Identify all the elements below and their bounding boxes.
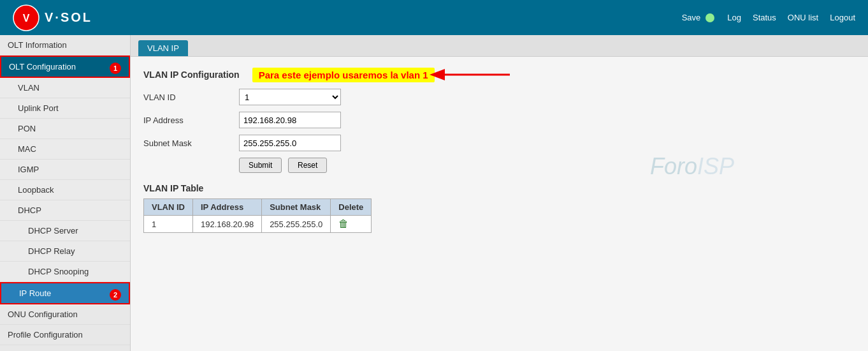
reset-button[interactable]: Reset bbox=[288, 158, 327, 173]
annotation-arrow bbox=[440, 67, 516, 82]
sidebar-item-profile-configuration[interactable]: Profile Configuration bbox=[0, 325, 130, 345]
annotation-label: Para este ejemplo usaremos la vlan 1 bbox=[252, 68, 435, 82]
main-layout: OLT Information OLT Configuration 1 VLAN… bbox=[0, 35, 868, 351]
col-ip-address: IP Address bbox=[193, 199, 262, 216]
header-nav: Log Status ONU list Logout bbox=[727, 13, 855, 22]
ip-address-row: IP Address bbox=[143, 112, 855, 128]
header-save: Save bbox=[682, 13, 715, 22]
sidebar-badge-2: 2 bbox=[110, 289, 121, 301]
submit-button[interactable]: Submit bbox=[239, 158, 282, 173]
tab-bar: VLAN IP bbox=[131, 35, 868, 57]
cell-delete: 🗑 bbox=[331, 216, 372, 233]
watermark-foro: Foro bbox=[650, 153, 697, 179]
col-vlan-id: VLAN ID bbox=[144, 199, 193, 216]
content-body: VLAN IP Configuration Para este ejemplo … bbox=[131, 57, 868, 243]
sidebar-item-dhcp-relay[interactable]: DHCP Relay bbox=[0, 241, 130, 262]
sidebar-item-olt-information[interactable]: OLT Information bbox=[0, 35, 130, 56]
onu-list-link[interactable]: ONU list bbox=[788, 13, 818, 22]
cell-vlan-id: 1 bbox=[144, 216, 193, 233]
vlan-id-row: VLAN ID 1 bbox=[143, 89, 855, 105]
sidebar-item-ip-route[interactable]: IP Route 2 bbox=[0, 282, 130, 304]
sidebar-item-igmp[interactable]: IGMP bbox=[0, 160, 130, 180]
sidebar-item-dhcp-server[interactable]: DHCP Server bbox=[0, 221, 130, 241]
log-link[interactable]: Log bbox=[727, 13, 741, 22]
sidebar-item-uplink-port[interactable]: Uplink Port bbox=[0, 98, 130, 119]
save-status-dot bbox=[705, 13, 714, 22]
sidebar-ip-route-label: IP Route bbox=[19, 288, 51, 298]
header: V V·SOL Save Log Status ONU list Logout bbox=[0, 0, 868, 35]
sidebar-item-dhcp-snooping[interactable]: DHCP Snooping bbox=[0, 262, 130, 282]
col-delete: Delete bbox=[331, 199, 372, 216]
status-link[interactable]: Status bbox=[753, 13, 776, 22]
subnet-mask-label: Subnet Mask bbox=[143, 138, 239, 148]
subnet-mask-row: Subnet Mask bbox=[143, 135, 855, 151]
sidebar-item-loopback[interactable]: Loopback bbox=[0, 180, 130, 200]
logo-area: V V·SOL bbox=[13, 4, 92, 31]
vlan-id-label: VLAN ID bbox=[143, 93, 239, 102]
header-right: Save Log Status ONU list Logout bbox=[682, 13, 855, 22]
save-link[interactable]: Save bbox=[682, 13, 701, 22]
form-buttons: Submit Reset bbox=[239, 158, 855, 173]
table-header-row: VLAN ID IP Address Subnet Mask Delete bbox=[144, 199, 372, 216]
sidebar-item-olt-configuration[interactable]: OLT Configuration 1 bbox=[0, 56, 130, 78]
vlan-id-select[interactable]: 1 bbox=[239, 89, 341, 105]
sidebar-item-pon[interactable]: PON bbox=[0, 119, 130, 139]
svg-text:V: V bbox=[23, 13, 30, 24]
delete-row-button[interactable]: 🗑 bbox=[338, 218, 349, 230]
vlan-ip-table: VLAN ID IP Address Subnet Mask Delete 1 … bbox=[143, 198, 372, 233]
cell-subnet-mask: 255.255.255.0 bbox=[262, 216, 331, 233]
content-area: VLAN IP VLAN IP Configuration Para este … bbox=[131, 35, 868, 351]
section-title: VLAN IP Configuration bbox=[143, 70, 240, 80]
logout-link[interactable]: Logout bbox=[830, 13, 855, 22]
subnet-mask-input[interactable] bbox=[239, 135, 341, 151]
col-subnet-mask: Subnet Mask bbox=[262, 199, 331, 216]
sidebar-item-mac[interactable]: MAC bbox=[0, 139, 130, 160]
sidebar-olt-config-label: OLT Configuration bbox=[9, 62, 76, 71]
logo-text: V·SOL bbox=[45, 10, 92, 25]
sidebar-item-vlan[interactable]: VLAN bbox=[0, 78, 130, 98]
cell-ip-address: 192.168.20.98 bbox=[193, 216, 262, 233]
vsol-logo-icon: V bbox=[13, 4, 40, 31]
sidebar: OLT Information OLT Configuration 1 VLAN… bbox=[0, 35, 131, 351]
sidebar-item-onu-configuration[interactable]: ONU Configuration bbox=[0, 304, 130, 325]
watermark: ForoISP bbox=[650, 153, 734, 180]
table-row: 1 192.168.20.98 255.255.255.0 🗑 bbox=[144, 216, 372, 233]
tab-vlan-ip[interactable]: VLAN IP bbox=[138, 40, 188, 56]
sidebar-item-dhcp[interactable]: DHCP bbox=[0, 200, 130, 221]
sidebar-badge-1: 1 bbox=[110, 63, 121, 74]
watermark-isp: ISP bbox=[697, 153, 734, 179]
sidebar-item-system-configuration[interactable]: System Configuration bbox=[0, 345, 130, 351]
ip-address-input[interactable] bbox=[239, 112, 341, 128]
ip-address-label: IP Address bbox=[143, 116, 239, 125]
table-title: VLAN IP Table bbox=[143, 183, 855, 193]
